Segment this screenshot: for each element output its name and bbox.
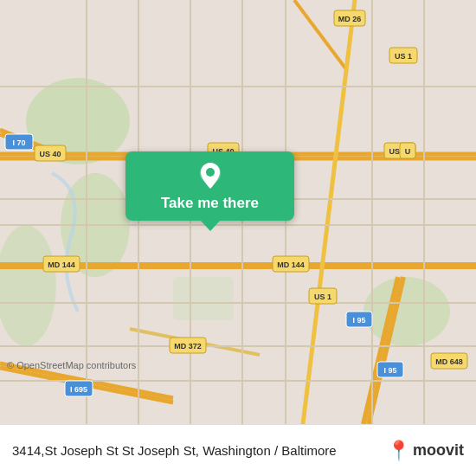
svg-point-63	[206, 168, 215, 177]
take-me-there-button[interactable]: Take me there	[125, 151, 294, 221]
take-me-there-label: Take me there	[161, 195, 259, 212]
svg-text:MD 144: MD 144	[277, 261, 305, 269]
svg-text:MD 648: MD 648	[435, 357, 463, 366]
svg-text:I 70: I 70	[12, 138, 25, 147]
moovit-logo-text: moovit	[413, 441, 464, 460]
bottom-bar: 3414,St Joseph St St Joseph St, Washingt…	[0, 424, 476, 476]
svg-text:I 695: I 695	[70, 385, 87, 394]
svg-text:U: U	[405, 147, 411, 156]
svg-rect-5	[173, 277, 234, 320]
svg-text:US 1: US 1	[314, 293, 331, 301]
address-text: 3414,St Joseph St St Joseph St, Washingt…	[12, 443, 378, 458]
location-pin-icon	[195, 160, 226, 191]
svg-text:MD 372: MD 372	[174, 342, 202, 351]
svg-point-3	[363, 277, 450, 346]
svg-text:US 40: US 40	[39, 150, 61, 158]
copyright-text: © OpenStreetMap contributors	[7, 360, 136, 370]
moovit-pin-icon: 📍	[387, 440, 410, 462]
svg-text:MD 26: MD 26	[338, 15, 362, 23]
svg-text:I 95: I 95	[352, 316, 365, 325]
map-container: I 70 US 40 US 40 US 40 MD 26 US 1 MD 144…	[0, 0, 476, 424]
svg-text:US 1: US 1	[395, 52, 412, 61]
svg-text:I 95: I 95	[383, 366, 396, 375]
moovit-logo: 📍 moovit	[387, 440, 464, 462]
svg-text:MD 144: MD 144	[48, 261, 75, 269]
